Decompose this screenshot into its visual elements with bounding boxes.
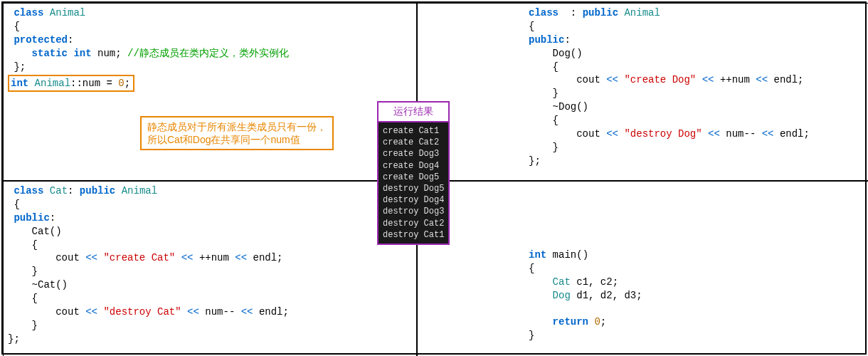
cell-animal: class Animal { protected: static int num…	[3, 3, 417, 181]
output-line: create Cat1	[383, 125, 444, 137]
cell-cat: class Cat: public Animal { public: Cat()…	[3, 181, 417, 356]
output-panel: 运行结果 create Cat1 create Cat2 create Dog3…	[377, 101, 450, 245]
code-dog: class : public Animal { public: Dog() { …	[422, 6, 866, 168]
output-line: destroy Cat2	[383, 218, 444, 229]
annotation-note: 静态成员对于所有派生类成员只有一份， 所以Cat和Dog在共享同一个num值	[140, 116, 334, 150]
output-title: 运行结果	[377, 101, 450, 122]
output-line: create Dog3	[383, 148, 444, 159]
output-line: destroy Dog4	[383, 194, 444, 206]
cell-main: int main() { Cat c1, c2; Dog d1, d2, d3;…	[417, 181, 868, 356]
output-line: create Cat2	[383, 137, 444, 148]
code-animal: class Animal { protected: static int num…	[8, 6, 412, 73]
output-line: destroy Dog3	[383, 206, 444, 217]
cell-dog: class : public Animal { public: Dog() { …	[417, 3, 868, 181]
highlight-static-init: int Animal::num = 0;	[8, 75, 134, 92]
output-line: create Dog5	[383, 172, 444, 183]
output-body: create Cat1 create Cat2 create Dog3 crea…	[377, 121, 450, 245]
note-line-1: 静态成员对于所有派生类成员只有一份，	[147, 120, 327, 133]
code-cat: class Cat: public Animal { public: Cat()…	[8, 184, 412, 346]
note-line-2: 所以Cat和Dog在共享同一个num值	[147, 133, 327, 146]
output-line: destroy Cat1	[383, 229, 444, 241]
output-line: create Dog4	[383, 160, 444, 172]
code-main: int main() { Cat c1, c2; Dog d1, d2, d3;…	[422, 184, 866, 342]
output-line: destroy Dog5	[383, 183, 444, 194]
